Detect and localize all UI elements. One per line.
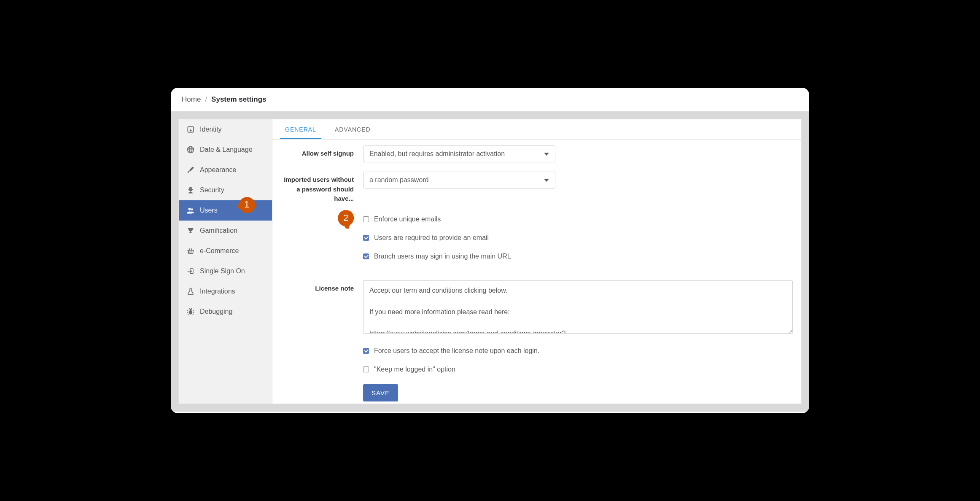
brush-icon	[186, 166, 195, 174]
caret-down-icon	[544, 153, 549, 156]
globe-icon	[186, 145, 195, 154]
select-allow-signup[interactable]: Enabled, but requires administrator acti…	[363, 145, 555, 162]
users-icon	[186, 206, 195, 215]
flask-icon	[186, 287, 195, 296]
breadcrumb: Home / System settings	[171, 88, 809, 111]
breadcrumb-separator: /	[205, 95, 207, 104]
edit-square-icon	[186, 125, 195, 134]
checkbox-require-email[interactable]	[363, 235, 369, 241]
save-button[interactable]: SAVE	[363, 384, 398, 401]
sidebar-item-label: Appearance	[200, 166, 236, 174]
sidebar-item-sso[interactable]: Single Sign On	[179, 261, 272, 281]
select-value: Enabled, but requires administrator acti…	[369, 150, 505, 158]
sidebar-item-security[interactable]: Security	[179, 180, 272, 200]
tab-general[interactable]: GENERAL	[280, 119, 321, 139]
label-license-note: License note	[281, 280, 363, 294]
select-imported-password[interactable]: a random password	[363, 172, 555, 189]
tab-advanced[interactable]: ADVANCED	[330, 119, 376, 139]
sidebar-item-date-language[interactable]: Date & Language	[179, 140, 272, 160]
sign-in-icon	[186, 267, 195, 275]
sidebar-item-integrations[interactable]: Integrations	[179, 281, 272, 302]
bug-icon	[186, 307, 195, 316]
sidebar-item-label: Users	[200, 207, 218, 214]
basket-icon	[186, 247, 195, 255]
main-panel: GENERAL ADVANCED Allow self signup Enabl…	[272, 119, 802, 404]
svg-point-4	[191, 208, 193, 210]
sidebar-item-label: Gamification	[200, 227, 237, 234]
sidebar-item-label: Identity	[200, 126, 222, 133]
caret-down-icon	[544, 179, 549, 182]
checkbox-keep-logged-in[interactable]	[363, 366, 369, 372]
svg-point-3	[188, 208, 191, 210]
sidebar-item-label: Single Sign On	[200, 267, 245, 275]
sidebar-item-label: e-Commerce	[200, 247, 239, 255]
svg-point-6	[190, 309, 192, 311]
sidebar: Identity Date & Language Appearance Secu…	[178, 119, 272, 404]
sidebar-item-ecommerce[interactable]: e-Commerce	[179, 241, 272, 261]
sidebar-item-gamification[interactable]: Gamification	[179, 221, 272, 241]
checkbox-force-license[interactable]	[363, 348, 369, 354]
select-value: a random password	[369, 176, 429, 184]
checkbox-label: Force users to accept the license note u…	[374, 347, 539, 355]
checkbox-label: Enforce unique emails	[374, 215, 441, 223]
textarea-license-note[interactable]	[363, 280, 793, 334]
agent-icon	[186, 186, 195, 194]
breadcrumb-current: System settings	[211, 95, 266, 104]
breadcrumb-home[interactable]: Home	[182, 95, 201, 104]
sidebar-item-label: Date & Language	[200, 146, 253, 154]
checkbox-label: "Keep me logged in" option	[374, 366, 455, 373]
checkbox-label: Users are required to provide an email	[374, 234, 489, 242]
checkbox-branch-main-url[interactable]	[363, 253, 369, 259]
tabs: GENERAL ADVANCED	[272, 119, 801, 140]
sidebar-item-debugging[interactable]: Debugging	[179, 302, 272, 322]
sidebar-item-label: Integrations	[200, 288, 235, 295]
sidebar-item-identity[interactable]: Identity	[179, 119, 272, 140]
sidebar-item-label: Security	[200, 186, 224, 194]
sidebar-item-appearance[interactable]: Appearance	[179, 160, 272, 180]
sidebar-item-label: Debugging	[200, 308, 232, 315]
checkbox-enforce-unique-emails[interactable]	[363, 216, 369, 222]
sidebar-item-users[interactable]: Users	[179, 200, 272, 221]
trophy-icon	[186, 226, 195, 235]
label-imported-password: Imported users without a password should…	[281, 172, 363, 204]
label-allow-signup: Allow self signup	[281, 145, 363, 159]
checkbox-label: Branch users may sign in using the main …	[374, 253, 511, 260]
